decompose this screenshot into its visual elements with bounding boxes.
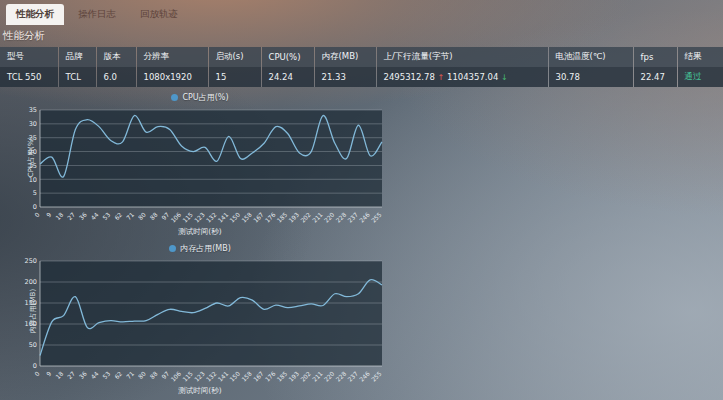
svg-text:35: 35 [29, 106, 37, 114]
svg-text:36: 36 [78, 370, 88, 380]
svg-text:141: 141 [216, 370, 229, 383]
svg-text:27: 27 [66, 370, 76, 380]
svg-text:220: 220 [322, 211, 335, 224]
svg-text:9: 9 [45, 211, 53, 219]
cell-battery-temp: 30.78 [548, 67, 633, 87]
svg-text:50: 50 [29, 341, 37, 349]
svg-text:80: 80 [136, 370, 146, 380]
svg-text:106: 106 [169, 370, 182, 383]
svg-text:132: 132 [205, 211, 218, 224]
svg-text:80: 80 [136, 211, 146, 221]
cell-cpu: 24.24 [261, 67, 314, 87]
svg-text:185: 185 [275, 211, 288, 224]
svg-text:9: 9 [45, 370, 53, 378]
col-header-result: 结果 [677, 47, 723, 67]
page-title: 性能分析 [0, 25, 723, 47]
memory-y-axis-title: 内存占用(MB) [28, 289, 38, 333]
svg-text:167: 167 [252, 211, 265, 224]
svg-text:220: 220 [322, 370, 335, 383]
memory-chart-legend[interactable]: 内存占用(MB) [14, 241, 386, 255]
svg-text:193: 193 [287, 211, 300, 224]
svg-text:211: 211 [311, 211, 324, 224]
svg-text:62: 62 [113, 370, 123, 380]
col-header-version: 版本 [96, 47, 136, 67]
svg-text:167: 167 [252, 370, 265, 383]
traffic-up-value: 2495312.78 [384, 72, 435, 82]
cpu-y-axis-title: CPU占用(%) [26, 137, 36, 177]
cell-memory: 21.33 [314, 67, 376, 87]
tab-bar: 性能分析 操作日志 回放轨迹 [0, 0, 723, 25]
svg-text:255: 255 [370, 370, 383, 383]
col-header-fps: fps [633, 47, 677, 67]
cpu-chart-legend[interactable]: CPU占用(%) [14, 90, 386, 104]
svg-text:18: 18 [54, 370, 64, 380]
cell-resolution: 1080x1920 [136, 67, 208, 87]
col-header-cpu: CPU(%) [261, 47, 314, 67]
svg-text:141: 141 [216, 211, 229, 224]
cell-result-status-badge: 通过 [677, 67, 723, 87]
memory-line-chart: 0501001502002500918273644536271808897106… [14, 256, 386, 388]
col-header-model: 型号 [0, 47, 58, 67]
memory-legend-label: 内存占用(MB) [180, 243, 231, 254]
svg-text:202: 202 [299, 211, 312, 224]
traffic-down-value: 1104357.04 [447, 72, 498, 82]
cell-fps: 22.47 [633, 67, 677, 87]
svg-text:0: 0 [33, 203, 37, 211]
cpu-legend-label: CPU占用(%) [182, 92, 228, 103]
svg-text:176: 176 [264, 370, 277, 383]
traffic-up-arrow-icon: ↑ [438, 73, 445, 82]
cell-version: 6.0 [96, 67, 136, 87]
col-header-startup: 启动(s) [208, 47, 261, 67]
tab-performance-analysis[interactable]: 性能分析 [6, 4, 64, 25]
svg-text:123: 123 [193, 211, 206, 224]
svg-text:53: 53 [101, 211, 111, 221]
cpu-chart-block: CPU占用(%) CPU占用(%) 0510152025303509182736… [14, 90, 434, 237]
svg-text:27: 27 [66, 211, 76, 221]
cell-startup: 15 [208, 67, 261, 87]
svg-text:53: 53 [101, 370, 111, 380]
svg-text:158: 158 [240, 370, 253, 383]
col-header-battery-temp: 电池温度(℃) [548, 47, 633, 67]
svg-text:150: 150 [228, 370, 241, 383]
tab-operation-log[interactable]: 操作日志 [68, 4, 126, 25]
svg-text:246: 246 [358, 211, 371, 224]
svg-text:0: 0 [33, 211, 41, 219]
svg-text:250: 250 [25, 257, 37, 265]
svg-text:106: 106 [169, 211, 182, 224]
svg-text:71: 71 [125, 211, 135, 221]
svg-text:30: 30 [29, 120, 37, 128]
svg-text:150: 150 [228, 211, 241, 224]
svg-text:200: 200 [25, 278, 37, 286]
svg-text:115: 115 [181, 370, 194, 383]
svg-text:62: 62 [113, 211, 123, 221]
col-header-memory: 内存(MB) [314, 47, 376, 67]
svg-text:0: 0 [33, 362, 37, 370]
svg-text:185: 185 [275, 370, 288, 383]
svg-text:115: 115 [181, 211, 194, 224]
svg-text:71: 71 [125, 370, 135, 380]
performance-table: 型号 品牌 版本 分辨率 启动(s) CPU(%) 内存(MB) 上/下行流量(… [0, 47, 723, 87]
cpu-legend-dot-icon [171, 94, 178, 101]
svg-text:211: 211 [311, 370, 324, 383]
cell-traffic: 2495312.78 ↑ 1104357.04 ↓ [376, 67, 548, 87]
cell-model: TCL 550 [0, 67, 58, 87]
svg-text:228: 228 [334, 211, 347, 224]
svg-text:44: 44 [89, 211, 99, 221]
svg-text:255: 255 [370, 211, 383, 224]
svg-text:158: 158 [240, 211, 253, 224]
svg-text:88: 88 [148, 211, 158, 221]
svg-text:0: 0 [33, 370, 41, 378]
svg-text:237: 237 [346, 370, 359, 383]
col-header-resolution: 分辨率 [136, 47, 208, 67]
traffic-down-arrow-icon: ↓ [501, 73, 508, 82]
col-header-traffic: 上/下行流量(字节) [376, 47, 548, 67]
svg-text:18: 18 [54, 211, 64, 221]
table-row[interactable]: TCL 550 TCL 6.0 1080x1920 15 24.24 21.33… [0, 67, 723, 87]
cpu-line-chart: 0510152025303509182736445362718088971061… [14, 105, 386, 229]
svg-text:5: 5 [33, 189, 37, 197]
tab-playback-track[interactable]: 回放轨迹 [130, 4, 188, 25]
cell-brand: TCL [58, 67, 96, 87]
svg-text:132: 132 [205, 370, 218, 383]
svg-text:246: 246 [358, 370, 371, 383]
svg-text:176: 176 [264, 211, 277, 224]
